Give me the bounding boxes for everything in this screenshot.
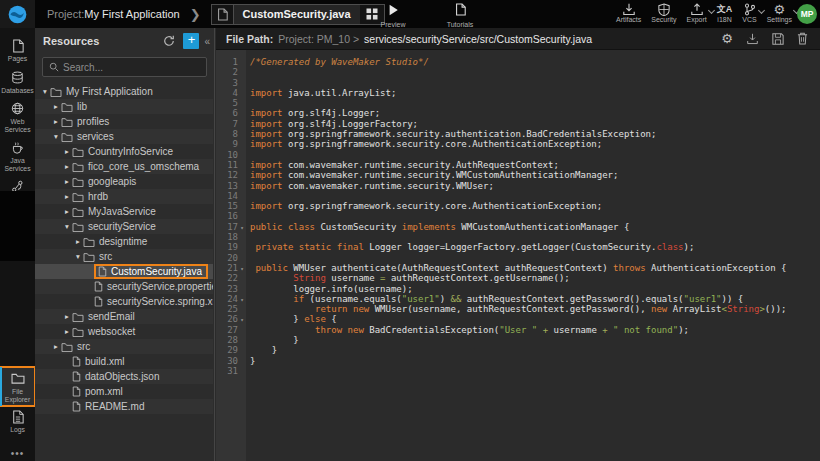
tree-item-countryinfoservice[interactable]: ▸CountryInfoService bbox=[35, 144, 213, 159]
sidebar-item-pages[interactable]: Pages bbox=[0, 34, 35, 66]
tree-item-securityservice[interactable]: ▾securityService bbox=[35, 219, 213, 234]
code-line-26[interactable]: 26▾ } else { bbox=[216, 314, 820, 324]
code-line-2[interactable]: 2 bbox=[216, 67, 820, 77]
code-line-29[interactable]: 29 } bbox=[216, 345, 820, 355]
save-icon[interactable] bbox=[772, 33, 784, 45]
code-text: public class CustomSecurity implements W… bbox=[246, 222, 629, 232]
vcs-button[interactable]: VCS bbox=[742, 2, 756, 23]
code-line-30[interactable]: 30} bbox=[216, 356, 820, 366]
sidebar-item-logs[interactable]: Logs bbox=[0, 405, 35, 437]
tutorials-button[interactable]: Tutorials bbox=[438, 2, 482, 28]
sidebar-item-databases[interactable]: Databases bbox=[0, 66, 35, 98]
expand-arrow-icon[interactable]: ▸ bbox=[51, 117, 61, 126]
code-line-13[interactable]: 13import com.wavemaker.runtime.security.… bbox=[216, 181, 820, 191]
i18n-button[interactable]: 文Ai18N bbox=[717, 2, 733, 23]
code-line-18[interactable]: 18 bbox=[216, 232, 820, 242]
tree-item-src[interactable]: ▸src bbox=[35, 339, 213, 354]
sidebar-item-web-services[interactable]: WebServices bbox=[0, 97, 35, 136]
tree-item-lib[interactable]: ▸lib bbox=[35, 99, 213, 114]
expand-arrow-icon[interactable]: ▸ bbox=[62, 162, 72, 171]
refresh-icon[interactable] bbox=[161, 33, 177, 49]
tab-customsecurity-java[interactable]: CustomSecurity.java bbox=[234, 5, 360, 24]
expand-arrow-icon[interactable]: ▸ bbox=[51, 102, 61, 111]
code-line-1[interactable]: 1/*Generated by WaveMaker Studio*/ bbox=[216, 57, 820, 67]
tree-item-googleapis[interactable]: ▸googleapis bbox=[35, 174, 213, 189]
tree-item-readme-md[interactable]: README.md bbox=[35, 399, 213, 414]
sidebar-item-more[interactable]: ••• bbox=[0, 442, 35, 456]
sidebar-item-file-explorer[interactable]: FileExplorer bbox=[0, 367, 35, 406]
tree-item-fico-core-us-omschema[interactable]: ▸fico_core_us_omschema bbox=[35, 159, 213, 174]
resources-search[interactable] bbox=[42, 57, 207, 77]
code-line-27[interactable]: 27 throw new BadCredentialsException("Us… bbox=[216, 325, 820, 335]
code-line-9[interactable]: 9import org.springframework.security.cor… bbox=[216, 139, 820, 149]
collapse-arrow-icon[interactable]: ▾ bbox=[51, 132, 61, 141]
tree-item-build-xml[interactable]: build.xml bbox=[35, 354, 213, 369]
action-label: Artifacts bbox=[616, 16, 641, 23]
add-resource-button[interactable]: + bbox=[183, 33, 199, 49]
tree-item-websocket[interactable]: ▸websocket bbox=[35, 324, 213, 339]
tree-item-label: securityService bbox=[88, 221, 156, 232]
expand-arrow-icon[interactable]: ▸ bbox=[62, 177, 72, 186]
wavemaker-logo[interactable] bbox=[0, 0, 35, 28]
tree-item-customsecurity-java[interactable]: CustomSecurity.java bbox=[35, 264, 213, 279]
code-line-31[interactable]: 31 bbox=[216, 366, 820, 376]
collapse-arrow-icon[interactable]: ▾ bbox=[62, 222, 72, 231]
code-line-17[interactable]: 17▾public class CustomSecurity implement… bbox=[216, 222, 820, 232]
code-area[interactable]: 1/*Generated by WaveMaker Studio*/234imp… bbox=[216, 50, 820, 461]
import-icon[interactable] bbox=[746, 33, 759, 45]
expand-arrow-icon[interactable]: ▸ bbox=[51, 342, 61, 351]
code-line-19[interactable]: 19 private static final Logger logger=Lo… bbox=[216, 242, 820, 252]
user-avatar[interactable]: MP bbox=[797, 4, 817, 24]
collapse-arrow-icon[interactable]: ▾ bbox=[73, 252, 83, 261]
code-line-15[interactable]: 15import org.springframework.security.co… bbox=[216, 201, 820, 211]
code-line-10[interactable]: 10 bbox=[216, 150, 820, 160]
code-line-24[interactable]: 24▾ if (username.equals("user1") && auth… bbox=[216, 294, 820, 304]
gear-icon[interactable]: ⚙ bbox=[721, 32, 733, 45]
expand-arrow-icon[interactable]: ▸ bbox=[62, 312, 72, 321]
tree-item-securityservice-properties[interactable]: securityService.properties bbox=[35, 279, 213, 294]
tree-item-src[interactable]: ▾src bbox=[35, 249, 213, 264]
tree-item-securityservice-spring-xml[interactable]: securityService.spring.xml bbox=[35, 294, 213, 309]
file-icon[interactable] bbox=[212, 5, 234, 24]
artifacts-button[interactable]: Artifacts bbox=[616, 2, 641, 23]
settings-button[interactable]: ⚙Settings bbox=[767, 2, 792, 23]
export-button[interactable]: Export bbox=[687, 2, 707, 23]
tree-item-services[interactable]: ▾services bbox=[35, 129, 213, 144]
tree-item-profiles[interactable]: ▸profiles bbox=[35, 114, 213, 129]
code-line-6[interactable]: 6import org.slf4j.Logger; bbox=[216, 108, 820, 118]
code-line-4[interactable]: 4import java.util.ArrayList; bbox=[216, 88, 820, 98]
preview-button[interactable]: Preview bbox=[372, 2, 414, 28]
expand-arrow-icon[interactable]: ▸ bbox=[73, 237, 83, 246]
expand-arrow-icon[interactable]: ▸ bbox=[62, 207, 72, 216]
tree-item-designtime[interactable]: ▸designtime bbox=[35, 234, 213, 249]
expand-arrow-icon[interactable]: ▸ bbox=[62, 327, 72, 336]
code-line-20[interactable]: 20 bbox=[216, 253, 820, 263]
code-line-8[interactable]: 8import org.springframework.security.aut… bbox=[216, 129, 820, 139]
code-line-11[interactable]: 11import com.wavemaker.runtime.security.… bbox=[216, 160, 820, 170]
code-line-12[interactable]: 12import com.wavemaker.runtime.security.… bbox=[216, 170, 820, 180]
code-line-25[interactable]: 25 return new WMUser(username, authReque… bbox=[216, 304, 820, 314]
collapse-panel-icon[interactable]: « bbox=[204, 36, 210, 47]
tree-item-myjavaservice[interactable]: ▸MyJavaService bbox=[35, 204, 213, 219]
collapse-arrow-icon[interactable]: ▾ bbox=[40, 87, 50, 96]
tree-item-pom-xml[interactable]: pom.xml bbox=[35, 384, 213, 399]
code-line-3[interactable]: 3 bbox=[216, 78, 820, 88]
security-button[interactable]: Security bbox=[651, 2, 676, 23]
code-line-22[interactable]: 22 String username = authRequestContext.… bbox=[216, 273, 820, 283]
delete-icon[interactable] bbox=[797, 32, 808, 45]
expand-arrow-icon[interactable]: ▸ bbox=[62, 192, 72, 201]
code-line-7[interactable]: 7import org.slf4j.LoggerFactory; bbox=[216, 119, 820, 129]
search-input[interactable] bbox=[63, 62, 200, 73]
tree-item-dataobjects-json[interactable]: dataObjects.json bbox=[35, 369, 213, 384]
code-line-16[interactable]: 16 bbox=[216, 211, 820, 221]
tree-item-hrdb[interactable]: ▸hrdb bbox=[35, 189, 213, 204]
code-line-14[interactable]: 14 bbox=[216, 191, 820, 201]
tree-item-sendemail[interactable]: ▸sendEmail bbox=[35, 309, 213, 324]
tree-item-my-first-application[interactable]: ▾My First Application bbox=[35, 84, 213, 99]
sidebar-item-java-services[interactable]: JavaServices bbox=[0, 136, 35, 175]
code-line-21[interactable]: 21▾ public WMUser authenticate(AuthReque… bbox=[216, 263, 820, 273]
code-line-28[interactable]: 28 } bbox=[216, 335, 820, 345]
code-line-23[interactable]: 23 logger.info(username); bbox=[216, 284, 820, 294]
code-line-5[interactable]: 5 bbox=[216, 98, 820, 108]
expand-arrow-icon[interactable]: ▸ bbox=[62, 147, 72, 156]
